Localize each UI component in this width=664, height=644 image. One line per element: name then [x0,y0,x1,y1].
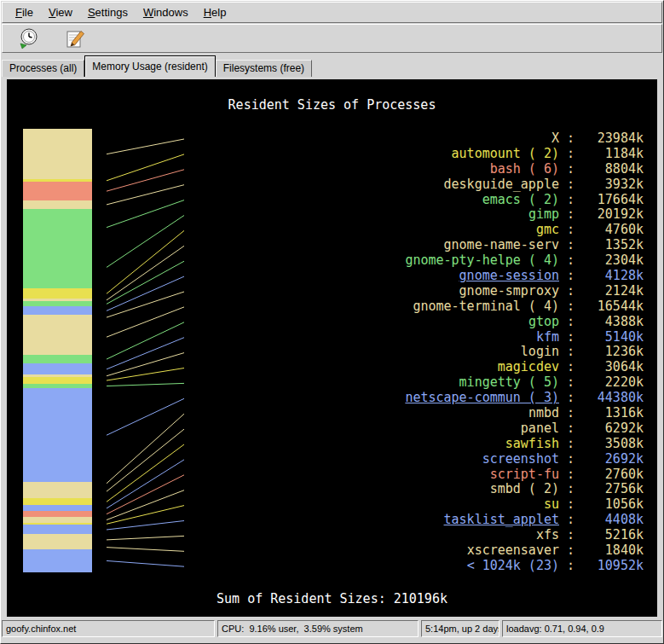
process-row-netscape-commun-3[interactable]: netscape-commun ( 3):44380k [288,391,644,406]
connector-line-screenshot [107,460,184,508]
process-row-mingetty-5[interactable]: mingetty ( 5):2220k [288,375,644,391]
bar-segment-magicdev[interactable] [23,377,92,384]
separator: : [559,482,582,497]
process-row-gimp[interactable]: gimp:20192k [288,207,644,223]
process-row-1024k-23[interactable]: < 1024k (23):10952k [288,559,644,574]
process-row-gnome-session[interactable]: gnome-session:4128k [288,269,644,284]
process-name: nmbd [288,406,559,421]
separator: : [559,528,582,543]
gtop-window: FileViewSettingsWindowsHelp Processes (a… [0,0,664,644]
process-name: tasklist_applet [288,513,559,528]
resident-size-value: 2304k [582,253,644,269]
process-row-tasklist-applet[interactable]: tasklist_applet:4408k [288,513,644,528]
menu-windows[interactable]: Windows [136,3,196,21]
separator: : [559,559,582,574]
menu-view[interactable]: View [41,3,80,21]
bar-segment-gnome-session[interactable] [23,306,92,315]
hostname-panel: goofy.chinfox.net [2,620,215,637]
separator: : [559,177,582,193]
process-row-nmbd[interactable]: nmbd:1316k [288,406,644,421]
bar-segment-kfm[interactable] [23,363,92,374]
tab-processes-all[interactable]: Processes (all) [2,60,84,77]
bar-segment-deskguide-apple[interactable] [23,200,92,209]
process-row-gtop[interactable]: gtop:4388k [288,315,644,330]
toolbar-button-edit[interactable] [59,26,91,50]
toolbar-button-clock[interactable] [13,26,45,50]
bar-segment-netscape-commun-3[interactable] [23,388,92,482]
resident-size-stacked-bar [23,129,92,572]
process-row-automount-2[interactable]: automount ( 2):1184k [288,147,644,162]
process-row-screenshot[interactable]: screenshot:2692k [288,452,644,467]
bar-segment-bash-6[interactable] [23,182,92,200]
resident-size-value: 16544k [582,299,644,315]
separator: : [559,406,582,421]
process-name: screenshot [288,452,559,467]
bar-segment-gtop[interactable] [23,355,92,364]
resident-size-value: 6292k [582,421,644,437]
process-row-magicdev[interactable]: magicdev:3064k [288,360,644,375]
process-row-login[interactable]: login:1236k [288,345,644,360]
separator: : [559,162,582,177]
process-name: su [288,497,559,513]
resident-size-value: 4408k [582,513,644,528]
process-list: X:23984kautomount ( 2):1184kbash ( 6):88… [288,131,644,574]
bar-segment-smbd-2[interactable] [23,517,92,523]
process-row-sawfish[interactable]: sawfish:3508k [288,437,644,452]
process-name: gnome-pty-helpe ( 4) [288,253,559,269]
bar-segment-gnome-terminal-4[interactable] [23,320,92,355]
bar-segment-x[interactable] [23,129,92,179]
bar-segment-gmc[interactable] [23,288,92,299]
process-row-emacs-2[interactable]: emacs ( 2):17664k [288,193,644,208]
process-name: emacs ( 2) [288,193,559,208]
separator: : [559,437,582,452]
process-row-kfm[interactable]: kfm:5140k [288,330,644,345]
process-name: panel [288,421,559,437]
process-name: kfm [288,330,559,345]
bar-segment-tasklist-applet[interactable] [23,525,92,534]
process-row-gnome-pty-helpe-4[interactable]: gnome-pty-helpe ( 4):2304k [288,253,644,269]
separator: : [559,223,582,238]
resident-size-value: 2692k [582,452,644,467]
tab-memory-usage-resident[interactable]: Memory Usage (resident) [84,55,215,77]
bar-segment-panel[interactable] [23,484,92,498]
process-row-gnome-terminal-4[interactable]: gnome-terminal ( 4):16544k [288,299,644,315]
tab-filesystems-free[interactable]: Filesystems (free) [216,60,312,77]
bar-segment-1024k-23[interactable] [23,549,92,572]
bar-segment-sawfish[interactable] [23,498,92,506]
connector-line-gnome-name-serv [107,246,184,300]
process-row-xfs[interactable]: xfs:5216k [288,528,644,543]
process-name: gimp [288,207,559,223]
connector-line-1024k-23 [107,560,184,566]
bar-segment-emacs-2[interactable] [23,209,92,247]
resident-size-value: 1184k [582,147,644,162]
process-row-script-fu[interactable]: script-fu:2760k [288,467,644,483]
process-row-su[interactable]: su:1056k [288,497,644,513]
process-row-gnome-name-serv[interactable]: gnome-name-serv:1352k [288,238,644,253]
clock-icon [18,27,40,49]
process-row-gnome-smproxy[interactable]: gnome-smproxy:2124k [288,284,644,299]
menubar: FileViewSettingsWindowsHelp [2,2,662,23]
process-row-deskguide-apple[interactable]: deskguide_apple:3932k [288,177,644,193]
process-row-x[interactable]: X:23984k [288,131,644,147]
process-row-smbd-2[interactable]: smbd ( 2):2756k [288,482,644,497]
loadavg-panel: loadavg: 0.71, 0.94, 0.9 [502,620,662,637]
process-row-gmc[interactable]: gmc:4760k [288,223,644,238]
process-name: gnome-terminal ( 4) [288,299,559,315]
statusbar: goofy.chinfox.net CPU: 9.16% user, 3.59%… [2,620,662,637]
connector-line-gnome-smproxy [107,292,184,317]
bar-segment-gimp[interactable] [23,246,92,288]
menu-settings[interactable]: Settings [80,3,136,21]
chart-title: Resident Sizes of Processes [7,97,657,113]
bar-segment-screenshot[interactable] [23,505,92,511]
process-row-panel[interactable]: panel:6292k [288,421,644,437]
resident-size-value: 44380k [582,391,644,406]
bar-segment-xfs[interactable] [23,534,92,545]
menu-help[interactable]: Help [196,3,234,21]
connector-line-mingetty-5 [107,383,184,386]
separator: : [559,269,582,284]
process-row-xscreensaver[interactable]: xscreensaver:1840k [288,543,644,559]
process-row-bash-6[interactable]: bash ( 6):8804k [288,162,644,177]
bar-segment-script-fu[interactable] [23,511,92,517]
menu-file[interactable]: File [8,3,41,21]
process-name: bash ( 6) [288,162,559,177]
